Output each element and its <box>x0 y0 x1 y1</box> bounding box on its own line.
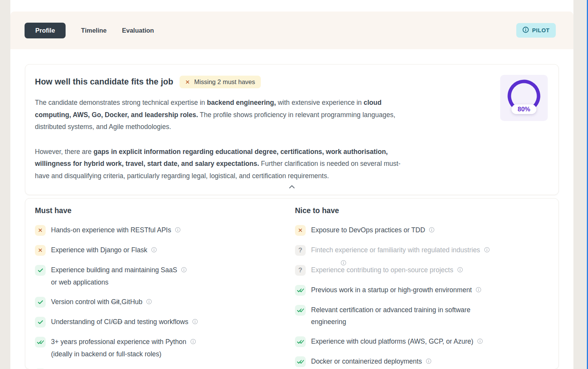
x-icon: ✕ <box>35 245 46 256</box>
criteria-item: ✕Hands-on experience with RESTful APIs <box>35 224 285 237</box>
info-icon[interactable] <box>190 336 196 348</box>
summary-paragraph: However, there are gaps in explicit info… <box>35 146 488 182</box>
nice-to-have-column: Nice to have ✕Exposure to DevOps practic… <box>295 206 548 369</box>
info-icon[interactable] <box>192 316 198 328</box>
check-icon <box>35 317 46 328</box>
tab-timeline[interactable]: Timeline <box>81 23 107 38</box>
question-icon: ? <box>295 245 306 256</box>
criteria-item: Experience with cloud platforms (AWS, GC… <box>295 336 548 348</box>
summary-paragraph: The candidate demonstrates strong techni… <box>35 97 488 133</box>
info-icon[interactable] <box>429 225 435 237</box>
missing-must-haves-badge: ✕ Missing 2 must haves <box>180 76 261 88</box>
pilot-badge[interactable]: PILOT <box>516 23 556 38</box>
criteria-item-label: 3+ years professional experience with Py… <box>51 336 196 360</box>
x-icon: ✕ <box>295 225 306 236</box>
info-icon[interactable] <box>476 285 481 296</box>
info-icon[interactable] <box>181 265 187 276</box>
double-check-icon <box>295 285 306 296</box>
summary-text: The candidate demonstrates strong techni… <box>35 97 488 182</box>
info-icon[interactable] <box>484 245 490 256</box>
double-check-icon <box>295 356 306 367</box>
fit-summary-card: How well this candidate fits the job ✕ M… <box>25 64 559 195</box>
tabs: ProfileTimelineEvaluation <box>25 23 154 38</box>
criteria-item-label: Fintech experience or familiarity with r… <box>311 244 490 256</box>
info-icon[interactable] <box>457 265 463 276</box>
criteria-item-label: Experience with cloud platforms (AWS, GC… <box>311 336 483 348</box>
criteria-item-label: Relevant certification or advanced train… <box>311 304 470 328</box>
criteria-item: Understanding of CI/CD and testing workf… <box>35 316 285 328</box>
check-icon <box>35 265 46 276</box>
missing-badge-label: Missing 2 must haves <box>194 78 255 86</box>
must-have-column: Must have ✕Hands-on experience with REST… <box>35 206 285 369</box>
summary-title: How well this candidate fits the job <box>35 77 173 87</box>
criteria-card: Must have ✕Hands-on experience with REST… <box>25 198 559 369</box>
collapse-summary-button[interactable] <box>25 182 558 192</box>
double-check-icon <box>295 336 306 347</box>
criteria-item: 3+ years professional experience with Py… <box>35 336 285 360</box>
info-icon[interactable] <box>175 225 181 237</box>
criteria-item: ✕Experience with Django or Flask <box>35 244 285 256</box>
fit-score-value: 80% <box>511 104 536 114</box>
criteria-item: ?Experience contributing to open-source … <box>295 264 548 276</box>
summary-header: How well this candidate fits the job ✕ M… <box>35 76 548 88</box>
info-icon <box>522 26 529 34</box>
criteria-item-label: Version control with Git,GitHub <box>51 296 152 308</box>
main-content: How well this candidate fits the job ✕ M… <box>10 49 573 369</box>
must-have-title: Must have <box>35 206 285 215</box>
tab-bar: ProfileTimelineEvaluation PILOT <box>10 12 573 49</box>
fit-score-tile: 80% <box>500 75 548 121</box>
must-have-list: ✕Hands-on experience with RESTful APIs✕E… <box>35 224 285 369</box>
x-icon: ✕ <box>35 225 46 236</box>
pilot-label: PILOT <box>532 27 550 33</box>
criteria-item-label: Previous work in a startup or high-growt… <box>311 284 481 296</box>
criteria-item: Experience building and maintaining SaaS… <box>35 264 285 288</box>
criteria-item: Relevant certification or advanced train… <box>295 304 548 328</box>
info-icon[interactable] <box>426 356 432 368</box>
info-icon[interactable] <box>151 245 157 256</box>
criteria-item: Docker or containerized deployments <box>295 356 548 368</box>
app-panel: ProfileTimelineEvaluation PILOT How well… <box>10 0 573 369</box>
criteria-item-label: Exposure to DevOps practices or TDD <box>311 224 435 237</box>
info-icon[interactable] <box>477 336 483 348</box>
criteria-item: Version control with Git,GitHub <box>35 296 285 308</box>
criteria-item-label: Experience contributing to open-source p… <box>311 264 463 276</box>
criteria-item-label: Experience building and maintaining SaaS… <box>51 264 187 288</box>
x-icon: ✕ <box>185 79 190 86</box>
chevron-up-icon <box>289 183 295 190</box>
tab-evaluation[interactable]: Evaluation <box>122 23 154 38</box>
tab-profile[interactable]: Profile <box>25 23 66 38</box>
info-icon[interactable] <box>146 296 152 308</box>
criteria-item-label: Experience with Django or Flask <box>51 244 157 256</box>
criteria-item-label: Hands-on experience with RESTful APIs <box>51 224 181 237</box>
nice-to-have-list: ✕Exposure to DevOps practices or TDD?Fin… <box>295 224 548 368</box>
double-check-icon <box>35 337 46 347</box>
criteria-item: ✕Exposure to DevOps practices or TDD <box>295 224 548 237</box>
criteria-item: Previous work in a startup or high-growt… <box>295 284 548 296</box>
double-check-icon <box>295 305 306 316</box>
nice-to-have-title: Nice to have <box>295 206 548 215</box>
criteria-columns: Must have ✕Hands-on experience with REST… <box>35 206 548 369</box>
criteria-item-label: Docker or containerized deployments <box>311 356 432 368</box>
check-icon <box>35 297 46 308</box>
question-icon: ? <box>295 265 306 276</box>
criteria-item-label: Understanding of CI/CD and testing workf… <box>51 316 198 328</box>
criteria-item: ?Fintech experience or familiarity with … <box>295 244 548 256</box>
